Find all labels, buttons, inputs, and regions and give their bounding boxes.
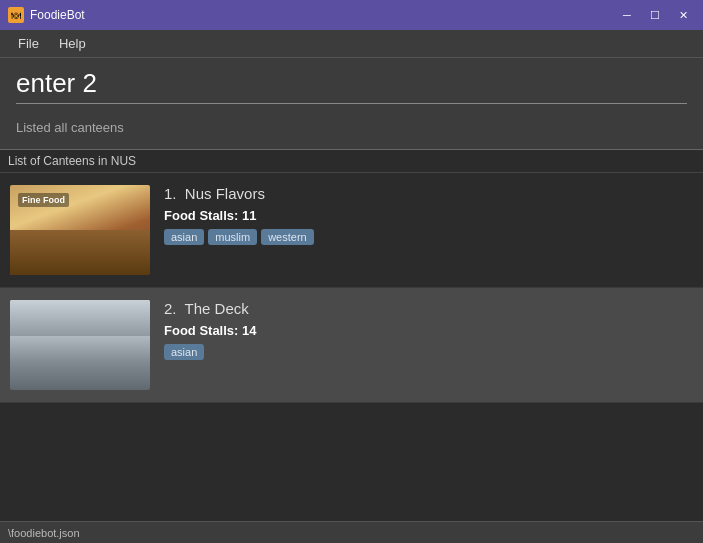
stalls-count-1: 11 bbox=[242, 208, 256, 223]
stalls-label-2: Food Stalls: bbox=[164, 323, 238, 338]
menu-help[interactable]: Help bbox=[49, 34, 96, 53]
tag-western-1: western bbox=[261, 229, 314, 245]
tag-asian-1: asian bbox=[164, 229, 204, 245]
canteen-name-1: 1. Nus Flavors bbox=[164, 185, 693, 202]
maximize-button[interactable]: ☐ bbox=[643, 6, 667, 24]
stalls-label-1: Food Stalls: bbox=[164, 208, 238, 223]
canteen-name-2: 2. The Deck bbox=[164, 300, 693, 317]
canteen-title-2: The Deck bbox=[185, 300, 249, 317]
section-header: List of Canteens in NUS bbox=[0, 149, 703, 173]
canteen-info-2: 2. The Deck Food Stalls: 14 asian bbox=[164, 300, 693, 390]
status-bar: \foodiebot.json bbox=[0, 521, 703, 543]
command-input[interactable] bbox=[16, 68, 687, 104]
canteen-index-2: 2. bbox=[164, 300, 177, 317]
title-bar-left: 🍽 FoodieBot bbox=[8, 7, 85, 23]
canteen-tags-2: asian bbox=[164, 344, 693, 360]
canteen-list: 1. Nus Flavors Food Stalls: 11 asian mus… bbox=[0, 173, 703, 521]
minimize-button[interactable]: ─ bbox=[615, 6, 639, 24]
title-bar: 🍽 FoodieBot ─ ☐ ✕ bbox=[0, 0, 703, 30]
menu-file[interactable]: File bbox=[8, 34, 49, 53]
status-bar-text: \foodiebot.json bbox=[8, 527, 80, 539]
canteen-item-1[interactable]: 1. Nus Flavors Food Stalls: 11 asian mus… bbox=[0, 173, 703, 288]
canteen-info-1: 1. Nus Flavors Food Stalls: 11 asian mus… bbox=[164, 185, 693, 275]
canteen-index-1: 1. bbox=[164, 185, 177, 202]
canteen-title-1: Nus Flavors bbox=[185, 185, 265, 202]
app-icon: 🍽 bbox=[8, 7, 24, 23]
input-area: Listed all canteens bbox=[0, 58, 703, 149]
menu-bar: File Help bbox=[0, 30, 703, 58]
status-text: Listed all canteens bbox=[16, 114, 687, 141]
app-title: FoodieBot bbox=[30, 8, 85, 22]
window-controls: ─ ☐ ✕ bbox=[615, 6, 695, 24]
tag-muslim-1: muslim bbox=[208, 229, 257, 245]
close-button[interactable]: ✕ bbox=[671, 6, 695, 24]
canteen-thumbnail-1 bbox=[10, 185, 150, 275]
canteen-stalls-2: Food Stalls: 14 bbox=[164, 323, 693, 338]
canteen-tags-1: asian muslim western bbox=[164, 229, 693, 245]
stalls-count-2: 14 bbox=[242, 323, 256, 338]
canteen-thumbnail-2 bbox=[10, 300, 150, 390]
canteen-item-2[interactable]: 2. The Deck Food Stalls: 14 asian bbox=[0, 288, 703, 403]
canteen-stalls-1: Food Stalls: 11 bbox=[164, 208, 693, 223]
tag-asian-2: asian bbox=[164, 344, 204, 360]
